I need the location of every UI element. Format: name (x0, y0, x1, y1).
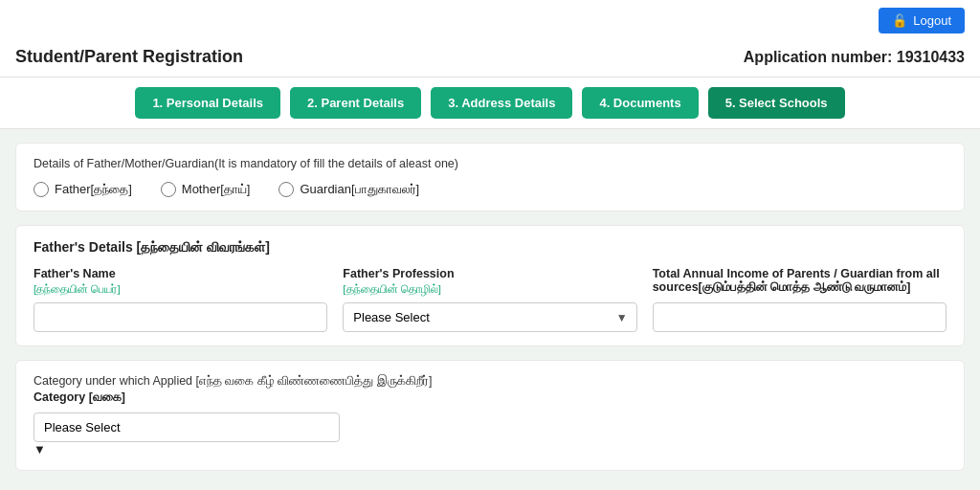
guardian-notice: Details of Father/Mother/Guardian(It is … (33, 157, 947, 170)
category-chevron-icon: ▼ (33, 442, 46, 457)
father-income-group: Total Annual Income of Parents / Guardia… (653, 267, 947, 332)
app-number-label: Application number: (744, 49, 893, 65)
father-income-input[interactable] (653, 302, 947, 332)
tab-personal[interactable]: 1. Personal Details (135, 87, 280, 119)
top-bar: 🔓 Logout (0, 0, 980, 41)
father-profession-select[interactable]: Please Select (343, 302, 636, 332)
category-select[interactable]: Please Select (33, 412, 340, 442)
father-name-label: Father's Name (33, 267, 327, 280)
tabs-bar: 1. Personal Details 2. Parent Details 3.… (0, 78, 980, 129)
radio-guardian[interactable]: Guardian[பாதுகாவலர்] (278, 182, 419, 197)
page-title: Student/Parent Registration (15, 47, 243, 67)
father-name-group: Father's Name [தந்தையின் பெயர்] (33, 267, 327, 332)
tab-documents[interactable]: 4. Documents (582, 87, 698, 119)
father-name-sublabel: [தந்தையின் பெயர்] (33, 283, 327, 296)
guardian-section: Details of Father/Mother/Guardian(It is … (15, 143, 965, 212)
father-fields-row: Father's Name [தந்தையின் பெயர்] Father's… (33, 267, 947, 332)
father-profession-group: Father's Profession [தந்தையின் தொழில்] P… (343, 267, 636, 332)
tab-schools[interactable]: 5. Select Schools (708, 87, 845, 119)
category-notice: Category under which Applied [எந்த வகை க… (33, 374, 947, 389)
app-number: Application number: 19310433 (744, 49, 965, 66)
father-details-section: Father's Details [தந்தையின் விவரங்கள்] F… (15, 225, 965, 346)
radio-mother-label: Mother[தாய்] (182, 182, 251, 197)
guardian-radio-group: Father[தந்தை] Mother[தாய்] Guardian[பாது… (33, 182, 947, 197)
father-name-input[interactable] (33, 302, 327, 332)
radio-guardian-input[interactable] (278, 182, 294, 197)
father-profession-label: Father's Profession (343, 267, 636, 280)
radio-guardian-label: Guardian[பாதுகாவலர்] (300, 182, 419, 197)
father-income-label: Total Annual Income of Parents / Guardia… (653, 267, 947, 295)
category-select-wrapper: Please Select ▼ (33, 412, 340, 457)
logout-icon: 🔓 (892, 13, 907, 28)
father-section-title: Father's Details [தந்தையின் விவரங்கள்] (33, 239, 947, 256)
radio-mother-input[interactable] (161, 182, 176, 197)
logout-label: Logout (913, 13, 951, 28)
tab-address[interactable]: 3. Address Details (431, 87, 572, 119)
app-number-value: 19310433 (897, 49, 965, 65)
logout-button[interactable]: 🔓 Logout (879, 8, 965, 33)
category-label: Category [வகை] (33, 390, 947, 405)
radio-mother[interactable]: Mother[தாய்] (161, 182, 251, 197)
category-section: Category under which Applied [எந்த வகை க… (15, 360, 965, 471)
tab-parent[interactable]: 2. Parent Details (290, 87, 421, 119)
radio-father-label: Father[தந்தை] (55, 182, 132, 197)
radio-father[interactable]: Father[தந்தை] (33, 182, 132, 197)
page-header: Student/Parent Registration Application … (0, 41, 980, 78)
father-profession-sublabel: [தந்தையின் தொழில்] (343, 283, 636, 296)
father-profession-select-wrapper: Please Select ▼ (343, 302, 636, 332)
radio-father-input[interactable] (33, 182, 49, 197)
